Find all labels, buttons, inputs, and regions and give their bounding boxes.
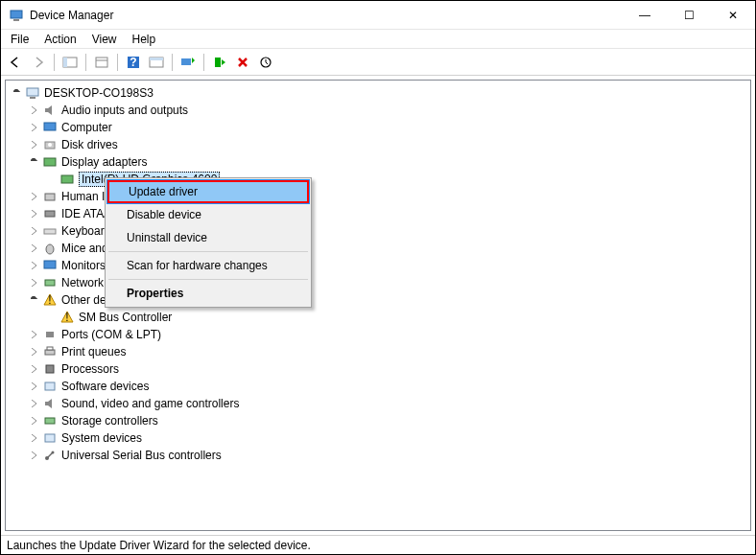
context-properties[interactable]: Properties	[107, 282, 309, 305]
maximize-button[interactable]: ☐	[667, 1, 711, 30]
svg-rect-32	[45, 382, 55, 390]
chevron-right-icon[interactable]	[29, 277, 40, 289]
menu-view[interactable]: View	[86, 31, 123, 48]
scan-hardware-button[interactable]	[255, 52, 276, 73]
network-icon	[42, 275, 58, 290]
speaker-icon	[42, 396, 58, 411]
status-bar: Launches the Update Driver Wizard for th…	[1, 535, 755, 554]
forward-button[interactable]	[28, 52, 49, 73]
svg-rect-24	[44, 261, 56, 268]
window-title: Device Manager	[30, 9, 623, 22]
chevron-right-icon[interactable]	[29, 243, 40, 254]
context-scan-hardware[interactable]: Scan for hardware changes	[107, 254, 309, 277]
chevron-right-icon[interactable]	[29, 398, 40, 409]
chevron-right-icon[interactable]	[29, 415, 40, 427]
back-button[interactable]	[5, 52, 26, 73]
tree-item-display[interactable]: Display adapters	[6, 153, 750, 171]
action-button[interactable]	[146, 52, 167, 73]
separator	[108, 279, 308, 280]
hid-icon	[42, 189, 58, 204]
chevron-down-icon[interactable]	[29, 294, 40, 306]
tree-item-system[interactable]: System devices	[6, 429, 750, 447]
svg-rect-30	[47, 347, 53, 350]
svg-rect-20	[45, 194, 55, 200]
menu-file[interactable]: File	[5, 31, 35, 48]
svg-rect-13	[27, 88, 38, 96]
toolbar: ?	[1, 49, 755, 76]
tree-item-software[interactable]: Software devices	[6, 378, 750, 395]
chevron-right-icon[interactable]	[29, 432, 40, 444]
chevron-right-icon[interactable]	[29, 346, 40, 358]
tree-item-audio[interactable]: Audio inputs and outputs	[6, 102, 750, 119]
chevron-right-icon[interactable]	[29, 363, 40, 375]
chevron-right-icon[interactable]	[29, 225, 40, 237]
chevron-right-icon[interactable]	[29, 139, 40, 150]
enable-device-button[interactable]	[209, 52, 230, 73]
display-adapter-icon	[42, 154, 58, 170]
svg-rect-18	[44, 158, 56, 166]
speaker-icon	[42, 103, 58, 118]
svg-rect-15	[44, 123, 56, 130]
tree-item-print-queues[interactable]: Print queues	[6, 343, 750, 360]
chevron-right-icon[interactable]	[29, 381, 40, 392]
chevron-right-icon[interactable]	[29, 329, 40, 340]
system-icon	[42, 430, 58, 446]
menu-action[interactable]: Action	[38, 31, 82, 48]
menu-bar: File Action View Help	[1, 30, 755, 49]
svg-rect-1	[13, 19, 19, 21]
tree-item-storage[interactable]: Storage controllers	[6, 412, 750, 429]
tree-item-disk[interactable]: Disk drives	[6, 136, 750, 153]
chevron-down-icon[interactable]	[12, 87, 23, 99]
chevron-right-icon[interactable]	[29, 450, 40, 461]
separator	[108, 251, 308, 252]
svg-rect-3	[63, 58, 67, 67]
svg-rect-11	[215, 58, 221, 67]
chevron-right-icon[interactable]	[29, 104, 40, 116]
display-adapter-icon	[59, 172, 75, 187]
printer-icon	[42, 344, 58, 359]
tree-item-processors[interactable]: Processors	[6, 360, 750, 378]
svg-rect-29	[45, 350, 55, 355]
show-hide-tree-button[interactable]	[59, 52, 81, 73]
menu-help[interactable]: Help	[127, 31, 162, 48]
help-button[interactable]: ?	[123, 52, 144, 73]
svg-rect-10	[181, 58, 191, 65]
context-menu: Update driver Disable device Uninstall d…	[105, 177, 312, 308]
chevron-right-icon[interactable]	[29, 208, 40, 220]
chevron-right-icon[interactable]	[29, 260, 40, 271]
tree-item-ports[interactable]: Ports (COM & LPT)	[6, 326, 750, 343]
svg-rect-34	[45, 434, 55, 442]
warning-icon: !	[42, 292, 58, 308]
context-disable-device[interactable]: Disable device	[107, 203, 309, 226]
context-update-driver[interactable]: Update driver	[107, 180, 309, 203]
storage-icon	[42, 413, 58, 428]
tree-item-usb[interactable]: Universal Serial Bus controllers	[6, 447, 750, 464]
svg-text:?: ?	[130, 56, 136, 69]
monitor-icon	[42, 258, 58, 273]
svg-rect-22	[44, 229, 56, 234]
svg-rect-4	[96, 58, 107, 67]
cpu-icon	[42, 361, 58, 377]
svg-rect-9	[150, 58, 163, 60]
svg-rect-19	[61, 175, 73, 183]
context-uninstall-device[interactable]: Uninstall device	[107, 226, 309, 249]
tree-item-computer[interactable]: Computer	[6, 119, 750, 136]
chevron-right-icon[interactable]	[29, 191, 40, 202]
chevron-down-icon[interactable]	[29, 156, 40, 168]
tree-root[interactable]: DESKTOP-CO198S3	[6, 84, 750, 102]
disk-icon	[42, 137, 58, 152]
chevron-right-icon[interactable]	[29, 122, 40, 133]
svg-rect-21	[45, 211, 55, 217]
minimize-button[interactable]: —	[623, 1, 667, 30]
svg-rect-33	[45, 418, 55, 424]
properties-button[interactable]	[91, 52, 112, 73]
svg-text:!: !	[48, 293, 51, 307]
update-driver-button[interactable]	[177, 52, 199, 73]
tree-label: DESKTOP-CO198S3	[44, 86, 154, 100]
uninstall-button[interactable]	[232, 52, 253, 73]
tree-item-sm-bus[interactable]: !SM Bus Controller	[6, 309, 750, 326]
port-icon	[42, 327, 58, 342]
title-bar: Device Manager — ☐ ✕	[1, 1, 755, 30]
close-button[interactable]: ✕	[711, 1, 755, 30]
tree-item-sound[interactable]: Sound, video and game controllers	[6, 395, 750, 412]
